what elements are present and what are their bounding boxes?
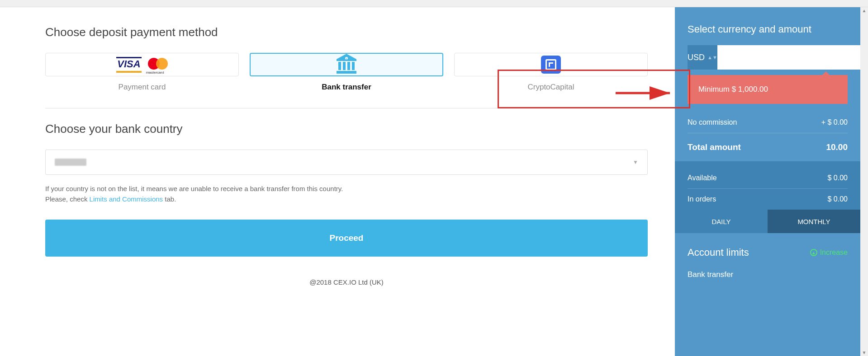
bank-icon: $ bbox=[336, 54, 357, 75]
country-help-text: If your country is not on the list, it m… bbox=[45, 184, 648, 204]
proceed-button[interactable]: Proceed bbox=[45, 220, 648, 257]
cryptocapital-option[interactable] bbox=[454, 53, 648, 76]
account-limits-title: Account limits bbox=[688, 247, 749, 258]
payment-card-label: Payment card bbox=[45, 83, 239, 92]
svg-rect-2 bbox=[343, 62, 346, 70]
currency-panel: Select currency and amount USD ▲▼ Minimu… bbox=[675, 7, 860, 356]
bank-transfer-option[interactable]: $ bbox=[250, 53, 443, 76]
payment-method-row: VISA mastercard Payment card $ Bank tran… bbox=[45, 53, 648, 92]
visa-icon: VISA bbox=[116, 57, 141, 73]
currency-selector[interactable]: USD ▲▼ bbox=[688, 45, 717, 70]
svg-text:$: $ bbox=[346, 57, 347, 60]
bank-country-heading: Choose your bank country bbox=[45, 122, 648, 136]
commission-value: + $ 0.00 bbox=[821, 118, 848, 126]
scroll-up-icon[interactable]: ▲ bbox=[861, 7, 868, 14]
cryptocapital-icon bbox=[541, 56, 561, 74]
currency-value: USD bbox=[688, 53, 705, 62]
chevron-down-icon: ▼ bbox=[633, 159, 638, 165]
bank-transfer-label: Bank transfer bbox=[250, 83, 443, 92]
available-label: Available bbox=[688, 174, 717, 182]
inorders-value: $ 0.00 bbox=[828, 195, 848, 203]
mastercard-icon: mastercard bbox=[148, 58, 168, 71]
up-arrow-circle-icon: ▲ bbox=[810, 249, 817, 256]
limits-link[interactable]: Limits and Commissions bbox=[90, 195, 163, 203]
commission-label: No commission bbox=[688, 118, 737, 126]
svg-rect-1 bbox=[338, 62, 341, 70]
total-value: 10.00 bbox=[826, 142, 848, 152]
payment-card-option[interactable]: VISA mastercard bbox=[45, 53, 239, 76]
main-content: Choose deposit payment method VISA maste… bbox=[0, 7, 675, 356]
svg-rect-4 bbox=[352, 62, 355, 70]
total-label: Total amount bbox=[688, 142, 741, 152]
scrollbar[interactable]: ▲ ▼ bbox=[860, 7, 868, 356]
tab-daily[interactable]: DAILY bbox=[675, 210, 768, 233]
limits-bank-transfer-row: Bank transfer bbox=[675, 263, 860, 279]
scroll-down-icon[interactable]: ▼ bbox=[861, 349, 868, 356]
footer-copyright: @2018 CEX.IO Ltd (UK) bbox=[45, 278, 648, 286]
available-value: $ 0.00 bbox=[828, 174, 848, 182]
cryptocapital-label: CryptoCapital bbox=[454, 83, 648, 92]
deposit-method-heading: Choose deposit payment method bbox=[45, 25, 648, 39]
inorders-label: In orders bbox=[688, 195, 716, 203]
amount-input[interactable] bbox=[717, 45, 860, 70]
country-value-redacted bbox=[55, 159, 86, 166]
tab-monthly[interactable]: MONTHLY bbox=[768, 210, 860, 233]
increase-link[interactable]: ▲ Increase bbox=[810, 248, 848, 257]
country-select[interactable]: ▼ bbox=[45, 150, 648, 175]
browser-toolbar bbox=[0, 0, 868, 7]
divider bbox=[45, 108, 648, 108]
currency-panel-title: Select currency and amount bbox=[675, 23, 860, 45]
minimum-error: Minimum $ 1,000.00 bbox=[688, 75, 848, 104]
svg-rect-3 bbox=[347, 62, 350, 70]
sort-icon: ▲▼ bbox=[707, 55, 717, 60]
svg-rect-5 bbox=[337, 71, 356, 74]
